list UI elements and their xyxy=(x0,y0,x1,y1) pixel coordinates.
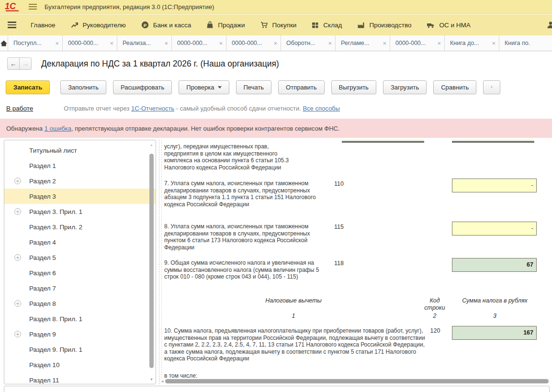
back-button[interactable]: ← xyxy=(7,57,20,70)
page-title: Декларация по НДС за 1 квартал 2026 г. (… xyxy=(41,59,279,69)
row-9-value-field[interactable]: 67 xyxy=(452,258,537,272)
1c-reporting-link[interactable]: 1С-Отчетность xyxy=(131,105,174,112)
status-text: Отправьте отчет через xyxy=(64,105,131,112)
section-razdel-8[interactable]: +Раздел 8 xyxy=(4,296,156,311)
section-razdel-4[interactable]: Раздел 4 xyxy=(4,235,156,250)
section-razdel-2[interactable]: +Раздел 2 xyxy=(4,173,156,189)
menu-item-production[interactable]: Производство xyxy=(349,14,419,35)
section-label: Раздел 4 xyxy=(29,239,56,246)
close-icon[interactable]: × xyxy=(53,40,59,47)
scroll-left-icon[interactable]: ◄ xyxy=(159,380,165,383)
cart-icon xyxy=(260,21,268,29)
save-button[interactable]: Записать xyxy=(6,80,50,94)
close-icon[interactable]: × xyxy=(490,40,496,47)
status-state-link[interactable]: В работе xyxy=(6,105,33,112)
menu-item-salary[interactable] xyxy=(546,21,552,31)
expand-icon[interactable]: + xyxy=(14,331,21,337)
row-7-value-field[interactable]: - xyxy=(452,179,537,192)
close-icon[interactable]: × xyxy=(381,40,386,47)
close-icon[interactable]: × xyxy=(435,40,441,47)
tab-doc-3[interactable]: 0000-000...× xyxy=(226,35,281,51)
all-methods-link[interactable]: Все способы xyxy=(303,105,339,112)
tab-home[interactable] xyxy=(0,35,8,51)
menu-item-warehouse[interactable]: Склад xyxy=(304,14,349,35)
command-bar: Записать Заполнить Расшифровать Проверка… xyxy=(0,76,552,98)
section-razdel-3[interactable]: Раздел 3 xyxy=(4,189,156,204)
sections-list: Титульный лист Раздел 1 +Раздел 2 Раздел… xyxy=(4,140,156,384)
scroll-up-icon[interactable]: ▲ xyxy=(150,143,153,146)
close-icon[interactable]: × xyxy=(217,40,223,47)
title-bar: 1С Бухгалтерия предприятия, редакция 3.0… xyxy=(0,0,552,14)
menu-item-label: Банк и касса xyxy=(153,22,192,29)
close-icon[interactable]: × xyxy=(326,40,332,47)
send-button[interactable]: Отправить xyxy=(278,80,324,94)
tab-doc-2[interactable]: 0000-000...× xyxy=(172,35,226,51)
section-title-page[interactable]: Титульный лист xyxy=(4,143,156,158)
import-button[interactable]: Загрузить xyxy=(383,80,427,94)
menu-item-main[interactable]: Главное xyxy=(23,14,63,35)
decode-button[interactable]: Расшифровать xyxy=(113,80,172,94)
row-10-code: 120 xyxy=(426,327,445,334)
sections-panel-icon[interactable] xyxy=(8,22,16,28)
tab-kniga-do[interactable]: Книга до...× xyxy=(445,35,499,51)
horizontal-scrollbar-thumb[interactable] xyxy=(165,379,549,383)
menu-item-purchases[interactable]: Покупки xyxy=(253,14,304,35)
row-10-value-field[interactable]: 167 xyxy=(452,326,537,340)
export-button[interactable]: Выгрузить xyxy=(331,80,376,94)
section-razdel-3-pril-2[interactable]: Раздел 3. Прил. 2 xyxy=(4,219,156,235)
menu-item-sales[interactable]: Продажи xyxy=(199,14,252,35)
section-razdel-7[interactable]: Раздел 7 xyxy=(4,280,156,296)
expand-icon[interactable]: + xyxy=(14,178,21,184)
row-8-code: 115 xyxy=(329,224,349,230)
menu-item-label: ОС и НМА xyxy=(439,22,470,29)
section-razdel-3-pril-1[interactable]: +Раздел 3. Прил. 1 xyxy=(4,204,156,219)
section-razdel-1[interactable]: Раздел 1 xyxy=(4,158,156,173)
menu-item-manager[interactable]: Руководителю xyxy=(63,14,134,35)
report-status-row: В работе Отправьте отчет через 1С-Отчетн… xyxy=(0,98,552,118)
scroll-down-icon[interactable]: ▼ xyxy=(150,378,153,381)
expand-icon[interactable]: + xyxy=(14,254,21,261)
expand-icon[interactable]: + xyxy=(14,300,21,307)
bag-icon xyxy=(206,21,214,29)
status-description: Отправьте отчет через 1С-Отчетность - са… xyxy=(64,105,340,112)
close-icon[interactable]: × xyxy=(271,40,277,47)
tab-postupl[interactable]: Поступл...× xyxy=(8,35,63,51)
row-7-text: 7. Уплата сумм налога, исчисленных при т… xyxy=(164,180,323,208)
expand-icon[interactable]: + xyxy=(14,208,21,215)
section-razdel-9-pril-1[interactable]: Раздел 9. Прил. 1 xyxy=(4,342,156,357)
menu-item-fixed-assets[interactable]: ОС и НМА xyxy=(419,14,478,35)
tab-oborotn[interactable]: Оборотн...× xyxy=(281,35,336,51)
factory-icon xyxy=(357,22,365,29)
menu-item-label: Производство xyxy=(369,22,411,29)
fill-button[interactable]: Заполнить xyxy=(60,80,106,94)
close-icon[interactable]: × xyxy=(162,40,168,47)
section-razdel-6[interactable]: Раздел 6 xyxy=(4,265,156,280)
menu-item-label: Покупки xyxy=(272,22,297,29)
close-icon[interactable]: × xyxy=(108,40,113,47)
attachments-button[interactable] xyxy=(483,80,500,94)
section-razdel-8-pril-1[interactable]: Раздел 8. Прил. 1 xyxy=(4,311,156,326)
menu-item-label: Склад xyxy=(323,22,342,29)
check-label: Проверка xyxy=(186,84,214,91)
tab-label: 0000-000... xyxy=(395,40,435,46)
tab-reglame[interactable]: Регламе...× xyxy=(336,35,390,51)
section-razdel-5[interactable]: +Раздел 5 xyxy=(4,250,156,265)
tab-doc-4[interactable]: 0000-000...× xyxy=(390,35,445,51)
main-menu-icon[interactable] xyxy=(29,4,37,10)
section-label: Раздел 3. Прил. 2 xyxy=(29,224,82,231)
section-razdel-10[interactable]: Раздел 10 xyxy=(4,357,156,372)
tab-kniga-po[interactable]: Книга по. xyxy=(499,35,552,51)
compare-button[interactable]: Сравнить xyxy=(433,80,476,94)
check-dropdown-button[interactable]: Проверка xyxy=(179,80,229,94)
grid-icon xyxy=(312,22,319,29)
error-count-link[interactable]: 1 ошибка xyxy=(45,125,71,132)
print-button[interactable]: Печать xyxy=(236,80,272,94)
tab-doc-1[interactable]: 0000-000...× xyxy=(63,35,117,51)
sidebar-scrollbar-thumb[interactable] xyxy=(149,154,154,368)
section-razdel-11[interactable]: Раздел 11 xyxy=(4,372,156,384)
tab-realiza[interactable]: Реализа...× xyxy=(117,35,172,51)
section-razdel-9[interactable]: +Раздел 9 xyxy=(4,326,156,342)
row-8-value-field[interactable]: - xyxy=(452,222,537,235)
forward-button[interactable]: → xyxy=(19,57,32,70)
menu-item-bank[interactable]: P Банк и касса xyxy=(134,14,199,35)
